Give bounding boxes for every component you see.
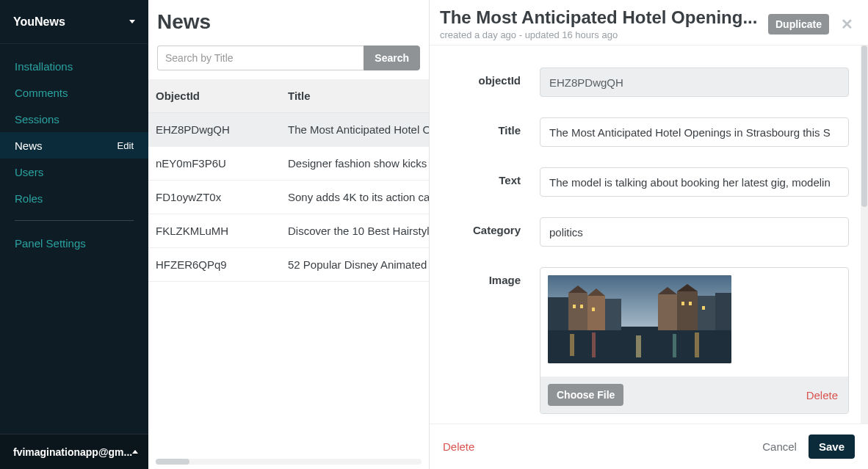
label-text: Text <box>441 167 540 186</box>
sidebar-item-installations[interactable]: Installations <box>0 53 148 79</box>
app-name: YouNews <box>13 15 65 29</box>
detail-body-wrap: objectId Title Text Category <box>430 46 868 423</box>
sidebar-item-roles[interactable]: Roles <box>0 185 148 211</box>
image-footer: Choose File Delete <box>540 377 848 413</box>
input-category[interactable] <box>540 217 849 247</box>
cell-title: Discover the 10 Best Hairstyles <box>281 214 429 248</box>
detail-subtitle: created a day ago - updated 16 hours ago <box>440 29 761 40</box>
image-placeholder-icon <box>548 275 731 363</box>
svg-rect-4 <box>636 335 641 357</box>
svg-rect-6 <box>695 332 699 357</box>
delete-record-button[interactable]: Delete <box>443 440 474 453</box>
sidebar-nav: Installations Comments Sessions News Edi… <box>0 44 148 434</box>
cell-title: The Most Anticipated Hotel Openings in S… <box>281 113 429 147</box>
sidebar-item-label: Sessions <box>15 113 59 126</box>
detail-header-titles: The Most Anticipated Hotel Opening... cr… <box>440 7 761 40</box>
field-category: Category <box>441 217 849 247</box>
svg-rect-22 <box>681 302 684 305</box>
chevron-down-icon <box>129 20 135 23</box>
label-category: Category <box>441 217 540 236</box>
table-row[interactable]: EHZ8PDwgQH The Most Anticipated Hotel Op… <box>148 113 429 147</box>
table-row[interactable]: nEY0mF3P6U Designer fashion show kicks o… <box>148 147 429 181</box>
svg-rect-7 <box>548 297 568 330</box>
duplicate-button[interactable]: Duplicate <box>768 14 829 34</box>
svg-rect-9 <box>587 296 605 330</box>
sidebar-item-label: Panel Settings <box>15 237 86 250</box>
input-title[interactable] <box>540 117 849 147</box>
sidebar-item-label: Users <box>15 166 43 178</box>
chevron-up-icon <box>132 450 138 454</box>
sidebar-item-comments[interactable]: Comments <box>0 79 148 106</box>
svg-rect-2 <box>570 334 574 356</box>
table-row[interactable]: FKLZKMLuMH Discover the 10 Best Hairstyl… <box>148 214 429 248</box>
label-image: Image <box>441 267 540 286</box>
list-header: News <box>148 0 429 38</box>
search-input[interactable] <box>157 46 364 70</box>
table-row[interactable]: FD1oywZT0x Sony adds 4K to its action ca… <box>148 181 429 214</box>
svg-rect-20 <box>580 305 583 308</box>
cell-objectid: nEY0mF3P6U <box>148 147 281 181</box>
svg-rect-13 <box>698 296 715 330</box>
svg-rect-10 <box>605 299 621 330</box>
sidebar: YouNews Installations Comments Sessions … <box>0 0 148 469</box>
field-title: Title <box>441 117 849 147</box>
cell-title: Designer fashion show kicks off <box>281 147 429 181</box>
save-button[interactable]: Save <box>809 435 855 459</box>
svg-rect-3 <box>592 332 596 357</box>
cell-objectid: FD1oywZT0x <box>148 181 281 214</box>
svg-rect-11 <box>658 294 677 330</box>
list-title: News <box>157 10 420 34</box>
label-title: Title <box>441 117 540 137</box>
detail-body: objectId Title Text Category <box>430 46 861 423</box>
field-image: Image <box>441 267 849 414</box>
sidebar-divider <box>15 220 134 221</box>
cancel-button[interactable]: Cancel <box>762 440 797 453</box>
sidebar-item-label: Installations <box>15 60 73 73</box>
list-panel: News Search ObjectId Title EHZ8PDwgQH Th… <box>148 0 430 469</box>
table-row[interactable]: HFZER6QPq9 52 Popular Disney Animated <box>148 248 429 282</box>
svg-rect-8 <box>568 293 587 330</box>
image-upload-box: Choose File Delete <box>540 267 849 414</box>
input-text[interactable] <box>540 167 849 197</box>
svg-rect-5 <box>673 334 676 357</box>
user-menu[interactable]: fvimaginationapp@gm... <box>0 434 148 469</box>
detail-footer: Delete Cancel Save <box>430 423 868 469</box>
svg-rect-23 <box>689 302 692 305</box>
cell-objectid: HFZER6QPq9 <box>148 248 281 282</box>
image-delete-button[interactable]: Delete <box>803 385 841 406</box>
svg-rect-24 <box>702 306 705 310</box>
vertical-scrollbar-thumb[interactable] <box>861 46 867 207</box>
detail-title: The Most Anticipated Hotel Opening... <box>440 7 761 28</box>
user-email: fvimaginationapp@gm... <box>13 446 132 458</box>
cell-title: 52 Popular Disney Animated <box>281 248 429 282</box>
sidebar-item-panel-settings[interactable]: Panel Settings <box>0 230 148 256</box>
horizontal-scrollbar-track[interactable] <box>156 459 422 465</box>
search-button[interactable]: Search <box>364 46 420 70</box>
detail-panel: The Most Anticipated Hotel Opening... cr… <box>430 0 868 469</box>
search-row: Search <box>148 38 429 79</box>
horizontal-scrollbar-thumb[interactable] <box>156 459 189 465</box>
close-icon[interactable]: ✕ <box>836 12 858 36</box>
list-table-wrap: ObjectId Title EHZ8PDwgQH The Most Antic… <box>148 79 429 469</box>
cell-objectid: EHZ8PDwgQH <box>148 113 281 147</box>
sidebar-item-users[interactable]: Users <box>0 159 148 185</box>
sidebar-item-news[interactable]: News Edit <box>0 132 148 159</box>
field-objectid: objectId <box>441 68 849 97</box>
app-switcher[interactable]: YouNews <box>0 0 148 44</box>
field-text: Text <box>441 167 849 197</box>
input-objectid <box>540 68 849 97</box>
choose-file-button[interactable]: Choose File <box>548 384 623 406</box>
detail-header: The Most Anticipated Hotel Opening... cr… <box>430 0 868 46</box>
sidebar-item-label: Comments <box>15 87 68 99</box>
vertical-scrollbar-track[interactable] <box>861 46 868 423</box>
sidebar-item-label: News <box>15 139 43 152</box>
cell-title: Sony adds 4K to its action cam lineup <box>281 181 429 214</box>
image-preview[interactable] <box>548 275 731 363</box>
svg-rect-21 <box>592 308 595 311</box>
sidebar-item-edit[interactable]: Edit <box>117 140 134 151</box>
column-header-objectid[interactable]: ObjectId <box>148 79 281 113</box>
cell-objectid: FKLZKMLuMH <box>148 214 281 248</box>
column-header-title[interactable]: Title <box>281 79 429 113</box>
svg-rect-19 <box>573 305 576 308</box>
sidebar-item-sessions[interactable]: Sessions <box>0 106 148 132</box>
